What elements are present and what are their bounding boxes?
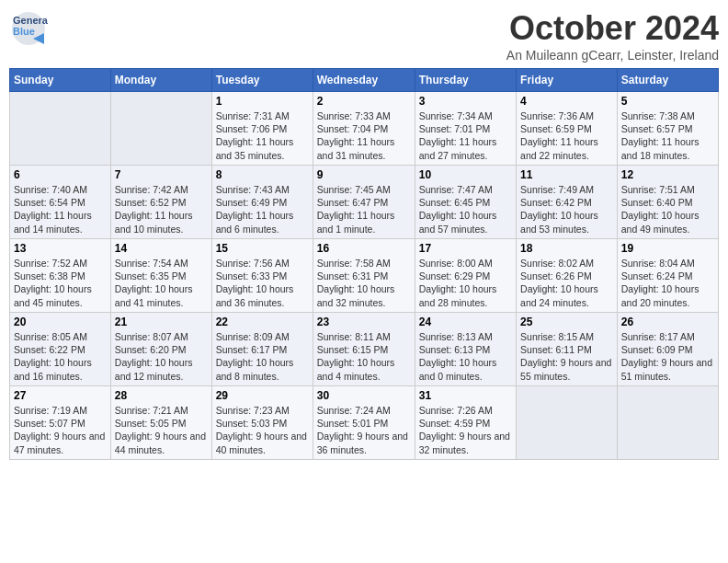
month-title: October 2024 xyxy=(506,9,719,48)
calendar-cell: 29Sunrise: 7:23 AMSunset: 5:03 PMDayligh… xyxy=(211,386,313,460)
calendar-cell: 3Sunrise: 7:34 AMSunset: 7:01 PMDaylight… xyxy=(415,92,516,166)
calendar-cell: 21Sunrise: 8:07 AMSunset: 6:20 PMDayligh… xyxy=(110,313,211,386)
day-info: Sunrise: 7:56 AMSunset: 6:33 PMDaylight:… xyxy=(216,257,309,309)
calendar-cell: 5Sunrise: 7:38 AMSunset: 6:57 PMDaylight… xyxy=(617,92,718,166)
day-info: Sunrise: 7:19 AMSunset: 5:07 PMDaylight:… xyxy=(14,404,107,456)
calendar-week-5: 27Sunrise: 7:19 AMSunset: 5:07 PMDayligh… xyxy=(10,386,719,460)
day-info: Sunrise: 7:21 AMSunset: 5:05 PMDaylight:… xyxy=(115,404,208,456)
day-info: Sunrise: 7:51 AMSunset: 6:40 PMDaylight:… xyxy=(621,183,714,236)
day-number: 29 xyxy=(216,389,309,402)
header-thursday: Thursday xyxy=(415,69,516,92)
calendar-cell xyxy=(110,92,211,166)
day-info: Sunrise: 8:13 AMSunset: 6:13 PMDaylight:… xyxy=(419,330,512,383)
day-number: 22 xyxy=(216,316,309,328)
day-number: 25 xyxy=(520,316,613,328)
day-number: 12 xyxy=(621,168,714,181)
day-info: Sunrise: 8:09 AMSunset: 6:17 PMDaylight:… xyxy=(216,330,309,383)
calendar-cell: 19Sunrise: 8:04 AMSunset: 6:24 PMDayligh… xyxy=(617,239,718,313)
day-info: Sunrise: 7:31 AMSunset: 7:06 PMDaylight:… xyxy=(216,109,309,162)
calendar-cell: 26Sunrise: 8:17 AMSunset: 6:09 PMDayligh… xyxy=(617,313,718,386)
calendar-cell: 15Sunrise: 7:56 AMSunset: 6:33 PMDayligh… xyxy=(211,239,313,313)
day-info: Sunrise: 7:26 AMSunset: 4:59 PMDaylight:… xyxy=(419,404,512,456)
day-info: Sunrise: 7:38 AMSunset: 6:57 PMDaylight:… xyxy=(621,109,714,162)
day-number: 4 xyxy=(520,95,613,108)
header-monday: Monday xyxy=(110,69,211,92)
calendar-cell: 25Sunrise: 8:15 AMSunset: 6:11 PMDayligh… xyxy=(517,313,618,386)
day-info: Sunrise: 7:40 AMSunset: 6:54 PMDaylight:… xyxy=(14,183,107,236)
calendar-cell: 28Sunrise: 7:21 AMSunset: 5:05 PMDayligh… xyxy=(110,386,211,460)
svg-text:Blue: Blue xyxy=(13,26,35,37)
calendar-cell: 24Sunrise: 8:13 AMSunset: 6:13 PMDayligh… xyxy=(415,313,516,386)
day-number: 7 xyxy=(115,168,208,181)
header-tuesday: Tuesday xyxy=(211,69,313,92)
day-number: 17 xyxy=(419,242,512,255)
day-number: 31 xyxy=(419,389,512,402)
day-number: 5 xyxy=(621,95,714,108)
calendar-cell: 18Sunrise: 8:02 AMSunset: 6:26 PMDayligh… xyxy=(517,239,618,313)
calendar-table: SundayMondayTuesdayWednesdayThursdayFrid… xyxy=(9,68,719,460)
header-sunday: Sunday xyxy=(10,69,111,92)
calendar-cell: 20Sunrise: 8:05 AMSunset: 6:22 PMDayligh… xyxy=(10,313,111,386)
day-info: Sunrise: 7:49 AMSunset: 6:42 PMDaylight:… xyxy=(520,183,613,236)
day-info: Sunrise: 8:02 AMSunset: 6:26 PMDaylight:… xyxy=(520,257,613,309)
calendar-cell: 9Sunrise: 7:45 AMSunset: 6:47 PMDaylight… xyxy=(313,166,415,239)
calendar-cell: 6Sunrise: 7:40 AMSunset: 6:54 PMDaylight… xyxy=(10,166,111,239)
day-info: Sunrise: 8:05 AMSunset: 6:22 PMDaylight:… xyxy=(14,330,107,383)
day-info: Sunrise: 8:07 AMSunset: 6:20 PMDaylight:… xyxy=(115,330,208,383)
day-number: 3 xyxy=(419,95,512,108)
day-info: Sunrise: 7:52 AMSunset: 6:38 PMDaylight:… xyxy=(14,257,107,309)
day-info: Sunrise: 7:24 AMSunset: 5:01 PMDaylight:… xyxy=(317,404,411,456)
day-info: Sunrise: 7:33 AMSunset: 7:04 PMDaylight:… xyxy=(317,109,411,162)
calendar-week-4: 20Sunrise: 8:05 AMSunset: 6:22 PMDayligh… xyxy=(10,313,719,386)
day-number: 6 xyxy=(14,168,107,181)
day-number: 13 xyxy=(14,242,107,255)
calendar-cell: 2Sunrise: 7:33 AMSunset: 7:04 PMDaylight… xyxy=(313,92,415,166)
day-info: Sunrise: 7:47 AMSunset: 6:45 PMDaylight:… xyxy=(419,183,512,236)
day-number: 26 xyxy=(621,316,714,328)
day-number: 27 xyxy=(14,389,107,402)
day-number: 15 xyxy=(216,242,309,255)
header-saturday: Saturday xyxy=(617,69,718,92)
calendar-cell: 30Sunrise: 7:24 AMSunset: 5:01 PMDayligh… xyxy=(313,386,415,460)
location: An Muileann gCearr, Leinster, Ireland xyxy=(506,48,719,63)
day-number: 14 xyxy=(115,242,208,255)
day-info: Sunrise: 8:15 AMSunset: 6:11 PMDaylight:… xyxy=(520,330,613,383)
calendar-cell: 22Sunrise: 8:09 AMSunset: 6:17 PMDayligh… xyxy=(211,313,313,386)
day-info: Sunrise: 7:54 AMSunset: 6:35 PMDaylight:… xyxy=(115,257,208,309)
calendar-cell: 17Sunrise: 8:00 AMSunset: 6:29 PMDayligh… xyxy=(415,239,516,313)
header-friday: Friday xyxy=(517,69,618,92)
day-number: 21 xyxy=(115,316,208,328)
logo-icon: General Blue xyxy=(9,9,48,48)
calendar-cell: 7Sunrise: 7:42 AMSunset: 6:52 PMDaylight… xyxy=(110,166,211,239)
calendar-cell: 31Sunrise: 7:26 AMSunset: 4:59 PMDayligh… xyxy=(415,386,516,460)
calendar-cell: 23Sunrise: 8:11 AMSunset: 6:15 PMDayligh… xyxy=(313,313,415,386)
day-number: 16 xyxy=(317,242,411,255)
calendar-week-1: 1Sunrise: 7:31 AMSunset: 7:06 PMDaylight… xyxy=(10,92,719,166)
calendar-cell: 8Sunrise: 7:43 AMSunset: 6:49 PMDaylight… xyxy=(211,166,313,239)
day-number: 19 xyxy=(621,242,714,255)
calendar-cell xyxy=(617,386,718,460)
page-header: General Blue October 2024 An Muileann gC… xyxy=(9,9,719,63)
calendar-cell: 27Sunrise: 7:19 AMSunset: 5:07 PMDayligh… xyxy=(10,386,111,460)
day-info: Sunrise: 7:42 AMSunset: 6:52 PMDaylight:… xyxy=(115,183,208,236)
header-wednesday: Wednesday xyxy=(313,69,415,92)
day-number: 18 xyxy=(520,242,613,255)
calendar-cell: 1Sunrise: 7:31 AMSunset: 7:06 PMDaylight… xyxy=(211,92,313,166)
calendar-cell: 12Sunrise: 7:51 AMSunset: 6:40 PMDayligh… xyxy=(617,166,718,239)
day-number: 30 xyxy=(317,389,411,402)
calendar-cell: 11Sunrise: 7:49 AMSunset: 6:42 PMDayligh… xyxy=(517,166,618,239)
calendar-cell: 14Sunrise: 7:54 AMSunset: 6:35 PMDayligh… xyxy=(110,239,211,313)
day-info: Sunrise: 7:58 AMSunset: 6:31 PMDaylight:… xyxy=(317,257,411,309)
svg-text:General: General xyxy=(13,15,48,26)
day-info: Sunrise: 8:00 AMSunset: 6:29 PMDaylight:… xyxy=(419,257,512,309)
day-info: Sunrise: 8:17 AMSunset: 6:09 PMDaylight:… xyxy=(621,330,714,383)
day-number: 10 xyxy=(419,168,512,181)
logo: General Blue xyxy=(9,9,48,48)
day-info: Sunrise: 7:34 AMSunset: 7:01 PMDaylight:… xyxy=(419,109,512,162)
calendar-cell: 4Sunrise: 7:36 AMSunset: 6:59 PMDaylight… xyxy=(517,92,618,166)
day-info: Sunrise: 7:45 AMSunset: 6:47 PMDaylight:… xyxy=(317,183,411,236)
calendar-cell: 13Sunrise: 7:52 AMSunset: 6:38 PMDayligh… xyxy=(10,239,111,313)
day-number: 2 xyxy=(317,95,411,108)
day-number: 9 xyxy=(317,168,411,181)
day-info: Sunrise: 8:04 AMSunset: 6:24 PMDaylight:… xyxy=(621,257,714,309)
